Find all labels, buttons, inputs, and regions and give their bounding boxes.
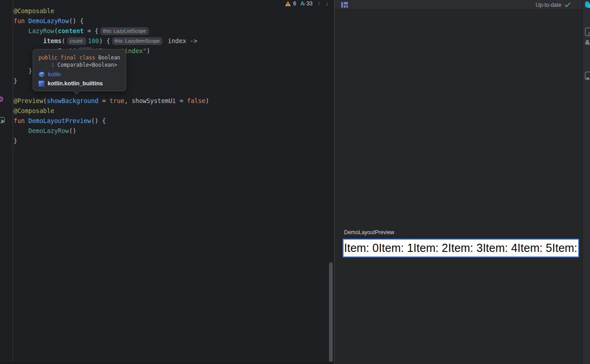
documentation-tooltip: public final class Boolean : Comparable<… bbox=[33, 49, 126, 91]
typo-count[interactable]: 33 bbox=[306, 0, 312, 7]
compose-preview-pane: Up-to-date DemoLayoutPreview Item: 0Item… bbox=[335, 0, 582, 364]
code-line[interactable]: fun DemoLayoutPreview() { bbox=[14, 116, 209, 126]
code-token: } bbox=[14, 137, 17, 144]
code-token: ( bbox=[54, 27, 58, 34]
build-status: Up-to-date bbox=[536, 2, 570, 8]
code-token: DemoLayoutPreview bbox=[29, 117, 91, 124]
device-bar-shape bbox=[586, 78, 589, 79]
gutter-separator bbox=[13, 0, 13, 364]
assistant-icon-shape bbox=[588, 4, 590, 8]
code-token: } bbox=[14, 77, 17, 84]
next-problem-icon[interactable]: ↓ bbox=[325, 0, 329, 7]
code-token bbox=[14, 37, 43, 44]
code-line[interactable]: DemoLazyRow() bbox=[14, 126, 209, 136]
code-token: 100 bbox=[88, 37, 99, 44]
compose-preview-frame[interactable]: Item: 0Item: 1Item: 2Item: 3Item: 4Item:… bbox=[343, 239, 579, 257]
preview-name-label[interactable]: DemoLayoutPreview bbox=[344, 229, 394, 236]
assistant-icon[interactable] bbox=[585, 1, 590, 8]
android-studio-window: { "editor": { "code_lines": [ {"tokens":… bbox=[0, 0, 590, 364]
code-token: () bbox=[69, 127, 76, 134]
editor-scrollbar[interactable] bbox=[329, 262, 333, 364]
compose-preview-content: Item: 0Item: 1Item: 2Item: 3Item: 4Item:… bbox=[344, 241, 579, 255]
code-line[interactable]: @Composable bbox=[14, 6, 209, 16]
app-insights-icon[interactable]: & bbox=[585, 39, 590, 46]
code-token: = bbox=[98, 97, 109, 104]
code-token: items bbox=[43, 37, 62, 44]
code-token: true bbox=[109, 97, 124, 104]
code-token: showBackground bbox=[47, 97, 98, 104]
code-line[interactable]: @Preview(showBackground = true, showSyst… bbox=[14, 96, 209, 106]
code-line[interactable]: fun DemoLazyRow() { bbox=[14, 16, 209, 26]
origin-label: kotlin.kotlin_builtins bbox=[48, 80, 103, 87]
horizontal-scrollbar-track[interactable] bbox=[0, 362, 334, 364]
device-manager-icon[interactable] bbox=[585, 72, 590, 80]
code-token: ) { bbox=[99, 37, 110, 44]
typos-inspection-icon[interactable]: A✓ bbox=[300, 0, 305, 7]
preview-settings-gear-icon[interactable]: ⚙ bbox=[0, 96, 4, 103]
grid-view-icon[interactable] bbox=[341, 2, 348, 8]
kotlin-logo-icon bbox=[39, 81, 44, 87]
build-status-label: Up-to-date bbox=[536, 2, 561, 8]
play-triangle-icon bbox=[1, 119, 5, 123]
previous-problem-icon[interactable]: ↑ bbox=[318, 0, 321, 7]
code-token: @Composable bbox=[14, 7, 54, 15]
preview-toolbar: Up-to-date bbox=[335, 0, 582, 10]
code-token: ) bbox=[147, 47, 150, 54]
module-link[interactable]: kotlin bbox=[48, 71, 61, 78]
warning-count[interactable]: 6 bbox=[293, 0, 296, 7]
tooltip-signature-line1: public final class Boolean bbox=[39, 54, 120, 61]
code-line[interactable]: } bbox=[14, 136, 209, 146]
inline-hint-chip: count: bbox=[67, 37, 86, 45]
code-token: @Preview bbox=[14, 97, 43, 104]
code-token: false bbox=[187, 97, 206, 104]
code-token: ( bbox=[62, 37, 65, 44]
right-tool-window-stripe: & bbox=[582, 0, 590, 364]
code-token: DemoLazyRow bbox=[29, 17, 69, 25]
code-token: () { bbox=[69, 17, 84, 25]
editor-pane[interactable]: ⚙ @Composablefun DemoLazyRow() { LazyRow… bbox=[0, 0, 334, 364]
inspections-widget[interactable]: 6 A✓ 33 ↑ ↓ bbox=[285, 0, 329, 7]
code-line[interactable]: items(count:100) {this: LazyItemScope in… bbox=[14, 36, 209, 46]
code-token: = { bbox=[84, 27, 98, 34]
run-preview-icon[interactable] bbox=[0, 117, 5, 123]
code-token: content bbox=[58, 27, 84, 34]
code-token bbox=[14, 127, 29, 134]
warning-icon[interactable] bbox=[285, 1, 291, 6]
code-token: fun bbox=[14, 117, 29, 124]
code-token bbox=[14, 27, 29, 34]
code-token: DemoLazyRow bbox=[29, 127, 69, 134]
inline-hint-chip: this: LazyItemScope bbox=[112, 37, 162, 45]
code-token: fun bbox=[14, 17, 29, 25]
check-mark: ✓ bbox=[303, 2, 306, 7]
code-token: ) bbox=[206, 97, 209, 104]
code-token: , showSystemUi = bbox=[124, 97, 187, 104]
kotlin-module-icon bbox=[39, 71, 45, 78]
code-token: ( bbox=[43, 97, 47, 104]
code-token: LazyRow bbox=[29, 27, 54, 34]
inline-hint-chip: this: LazyListScope bbox=[100, 27, 149, 35]
running-devices-icon[interactable] bbox=[585, 28, 590, 36]
code-token: index -> bbox=[164, 37, 197, 44]
code-line[interactable]: LazyRow(content = {this: LazyListScope bbox=[14, 26, 209, 36]
tooltip-signature-line2: : Comparable<Boolean> bbox=[39, 61, 120, 69]
code-token: () { bbox=[91, 117, 106, 124]
code-line[interactable]: @Composable bbox=[14, 106, 209, 116]
check-icon bbox=[565, 2, 570, 7]
code-token: @Composable bbox=[14, 107, 54, 114]
